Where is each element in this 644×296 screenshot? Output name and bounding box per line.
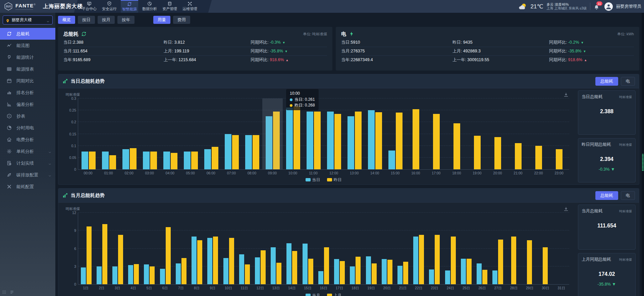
bar-group: [549, 98, 569, 169]
bar-当日: [347, 116, 354, 169]
bar-group: [347, 213, 363, 284]
x-tick-label: 6日: [157, 286, 173, 291]
legend-item-上月[interactable]: 上月: [327, 293, 342, 296]
scrollbar-thumb[interactable]: [642, 154, 644, 171]
bar-group: [446, 98, 467, 169]
bar-上月: [511, 237, 516, 284]
bar-昨日: [89, 152, 96, 169]
sidebar-item-energy-flow[interactable]: 能流图: [0, 40, 55, 51]
grid-dots-icon[interactable]: [2, 290, 6, 294]
bar-group: [94, 213, 110, 284]
sidebar-item-energy-report[interactable]: 能源报表: [0, 63, 55, 75]
bar-上月: [451, 237, 456, 284]
nav-item-asset-management[interactable]: 资产管理: [161, 0, 178, 13]
sidebar-item-ranking-analysis[interactable]: 排名分析: [0, 87, 55, 98]
bar-当日: [82, 152, 88, 169]
tab-by-month[interactable]: 按月: [98, 16, 115, 24]
list-icon[interactable]: [10, 290, 14, 294]
bar-group: [442, 213, 458, 284]
y-tick-label: 9: [63, 228, 76, 232]
tab-by-day[interactable]: 按日: [78, 16, 95, 24]
location-pin-icon: [6, 18, 10, 22]
chart-toggle-button[interactable]: 电: [621, 77, 635, 86]
calendar-icon: [7, 78, 12, 83]
stat-card-row: 当年:22687349.4上一年: 3009119.55同期环比: 918.6%…: [341, 55, 634, 64]
chart-toggle-button[interactable]: 总能耗: [595, 191, 618, 200]
bar-group: [332, 213, 347, 284]
nav-item-platform-center[interactable]: 平台中心: [80, 0, 98, 13]
bar-当日: [388, 151, 395, 169]
section-title: 当日总能耗趋势: [71, 78, 105, 84]
bar-昨日: [355, 112, 362, 169]
y-tick-label: 0.25: [63, 108, 76, 112]
bar-上月: [356, 257, 361, 284]
bar-当日: [225, 134, 231, 170]
x-tick-label: 06:00: [201, 171, 221, 175]
bar-当月: [366, 256, 371, 284]
building-selector[interactable]: 丽婴房大楼: [3, 15, 53, 25]
pie-icon: [147, 1, 152, 6]
legend-item-昨日[interactable]: 昨日: [327, 177, 342, 182]
x-tick-label: 17:00: [426, 171, 446, 175]
stat-card-row: 当月:276375上月: 492869.3同期环比: -35.8%▼: [341, 47, 634, 55]
shield-icon: [107, 1, 112, 6]
notifications-button[interactable]: 11: [594, 2, 601, 10]
user-avatar[interactable]: [604, 2, 613, 11]
y-tick-label: 0.05: [63, 156, 76, 160]
sidebar-item-electricity-fee[interactable]: 电费分析: [0, 134, 55, 145]
summary-title: 当月总能耗: [582, 208, 603, 214]
section-monthly-trend: 当月总能耗趋势总能耗电吨标准煤0369121日2日3日4日5日6日7日8日9日1…: [58, 188, 639, 296]
legend-item-当日[interactable]: 当日: [306, 177, 320, 182]
section-body: 吨标准煤0369121日2日3日4日5日6日7日8日9日10日11日12日13日…: [58, 203, 639, 296]
bar-group: [126, 213, 142, 284]
bar-昨日: [212, 147, 218, 169]
bar-group: [406, 98, 426, 169]
tab-overview[interactable]: 概览: [58, 16, 75, 24]
sidebar-item-total-energy[interactable]: 总能耗: [0, 28, 55, 40]
stat-card-title: 电: [341, 31, 346, 37]
bar-昨日: [535, 146, 542, 169]
nav-item-safe-operation[interactable]: 安全运行: [101, 0, 118, 13]
building-selector-label: 丽婴房大楼: [12, 17, 44, 23]
bar-当月: [97, 266, 102, 284]
bar-上月: [372, 263, 377, 284]
chart-plot[interactable]: 036912: [78, 213, 569, 285]
sidebar-item-carbon-config[interactable]: 碳排放配置: [0, 169, 55, 181]
chart-toggle-button[interactable]: 电: [621, 191, 635, 200]
database-icon: [167, 1, 172, 6]
chart-toggle-button[interactable]: 总能耗: [595, 77, 618, 86]
fante-logo-icon: 凤特: [4, 2, 13, 11]
nav-item-data-analysis[interactable]: 数据分析: [141, 0, 158, 13]
bar-groups: [78, 98, 569, 169]
sidebar-item-meter-reading[interactable]: 抄表: [0, 110, 55, 122]
bar-group: [490, 213, 506, 284]
logo: 凤特 FANTE® 上海丽婴房大楼: [4, 0, 83, 13]
sidebar-item-plan-actual[interactable]: 计划实绩: [0, 157, 55, 169]
bar-groups: [78, 213, 569, 284]
sidebar-item-energy-stats[interactable]: 能源统计: [0, 51, 55, 63]
username[interactable]: 丽婴房管理员: [616, 4, 641, 9]
bar-昨日: [130, 148, 137, 169]
tab-usage[interactable]: 用量: [153, 16, 170, 24]
tooltip-time: 10:00: [290, 91, 315, 96]
summary-box: 当日总能耗吨标准煤2.388: [578, 90, 636, 135]
tab-by-year[interactable]: 按年: [117, 16, 135, 24]
chart-plot[interactable]: 00.050.10.150.20.250.310:00当日: 0.261昨日: …: [78, 98, 569, 170]
nav-item-ops-management[interactable]: 运维管理: [181, 0, 199, 13]
bar-当日: [163, 152, 170, 169]
summary-delta: -0.3% ▼: [582, 167, 632, 172]
sidebar-item-period-compare[interactable]: 同期对比: [0, 75, 55, 87]
legend-item-当月[interactable]: 当月: [306, 293, 320, 296]
summary-title: 上月同期总能耗: [582, 257, 611, 262]
sidebar-item-energy-config[interactable]: 能耗配置: [0, 181, 55, 193]
bar-当月: [176, 263, 181, 284]
stat-card-header: 总能耗单位: 吨标准煤: [63, 30, 327, 38]
x-tick-label: 00:00: [78, 171, 98, 175]
tab-cost[interactable]: 费用: [173, 16, 190, 24]
sidebar-item-deviation-analysis[interactable]: 偏差分析: [0, 98, 55, 110]
sidebar-item-unit-consumption[interactable]: 单耗分析: [0, 145, 55, 157]
sidebar-item-tou-power[interactable]: 分时用电: [0, 122, 55, 134]
sidebar-item-label: 总能耗: [16, 31, 30, 37]
nav-item-smart-energy[interactable]: 智慧能源: [121, 0, 138, 13]
bar-上月: [419, 235, 424, 284]
